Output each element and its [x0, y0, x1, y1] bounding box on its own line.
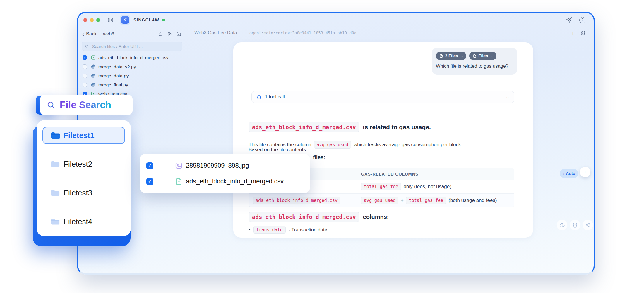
- brain-button[interactable]: [557, 220, 567, 230]
- chevron-down-icon: ⌄: [506, 94, 509, 100]
- tab-strip: Web3 Gas Fee Data... agent:main:cortex:3…: [186, 27, 594, 38]
- answer-heading: ads_eth_block_info_d_merged.csv is relat…: [249, 122, 431, 132]
- column-code-chip: avg_gas_used: [314, 141, 351, 149]
- new-file-icon[interactable]: [167, 32, 172, 37]
- file-list: ✓ ads_eth_block_info_d_merged.csv merge_…: [78, 53, 186, 98]
- user-message-bubble: 2 Files ⌄ Files ⌄ Which file is related …: [432, 48, 517, 75]
- popup-file-row[interactable]: ✓ ads_eth_block_info_d_merged.csv: [145, 175, 304, 188]
- user-question: Which file is related to gas usage?: [436, 63, 513, 69]
- file-name: merge_data.py: [98, 73, 129, 79]
- answer-paragraph: This file contains the column avg_gas_us…: [249, 141, 462, 149]
- column-code-chip: trans_date: [253, 226, 285, 234]
- breadcrumb[interactable]: web3: [103, 31, 114, 37]
- clipped-text-fragments: ‒ ‒‒ ‒ ‒ ‒‒‒ ‒ ‒ ‒ ‒‒ ‒ ‒ ‒‒‒‒ ‒ ‒ ‒‒ ‒ …: [343, 13, 592, 15]
- popup-file-name: ads_eth_block_info_d_merged.csv: [186, 178, 284, 185]
- layers-icon: [256, 94, 262, 100]
- file-checkbox-unchecked[interactable]: [83, 64, 87, 69]
- popup-checkbox-checked[interactable]: ✓: [146, 178, 153, 185]
- share-icon: [585, 222, 591, 228]
- tab-web3-gas-fee-data[interactable]: Web3 Gas Fee Data...: [194, 30, 241, 35]
- down-arrow-icon: ↓: [563, 171, 565, 176]
- app-window: ‒ ‒‒ ‒ ‒ ‒‒‒ ‒ ‒ ‒ ‒‒ ‒ ‒ ‒‒‒‒ ‒ ‒ ‒‒ ‒ …: [77, 12, 595, 275]
- python-file-icon: [91, 73, 96, 78]
- tool-call-bar[interactable]: 1 tool call ⌄: [251, 91, 514, 103]
- scroll-to-bottom-button[interactable]: ↓: [580, 167, 590, 177]
- search-icon: [47, 100, 56, 110]
- titlebar: SINGCLAW ?: [78, 13, 594, 27]
- brain-icon: [559, 222, 565, 228]
- folder-item-filetest4[interactable]: Filetest4: [42, 213, 125, 230]
- table-row: ads_eth_block_info_d_merged.csv avg_gas_…: [249, 193, 514, 207]
- file-name: merge_data_v2.py: [98, 64, 136, 69]
- database-button[interactable]: [570, 220, 580, 230]
- share-button[interactable]: [583, 220, 593, 230]
- columns-heading: ads_eth_block_info_d_merged.csv columns:: [249, 212, 389, 222]
- file-row[interactable]: merge_final.py: [78, 80, 186, 89]
- sidebar-nav: ‹ Back web3: [78, 29, 186, 39]
- zoom-window-button[interactable]: [96, 18, 100, 22]
- help-icon[interactable]: ?: [579, 17, 585, 23]
- file-row[interactable]: merge_data_v2.py: [78, 62, 186, 71]
- database-icon: [572, 222, 578, 228]
- csv-file-icon: [175, 178, 183, 185]
- folder-item-filetest3[interactable]: Filetest3: [42, 184, 125, 201]
- folder-item-filetest1-selected[interactable]: Filetest1: [42, 127, 125, 144]
- new-tab-button[interactable]: +: [571, 30, 575, 36]
- column-header: GAS-RELATED COLUMNS: [359, 172, 514, 176]
- document-icon: [439, 54, 443, 58]
- refresh-icon[interactable]: [158, 32, 163, 37]
- popup-file-name: 28981909909–898.jpg: [186, 162, 249, 169]
- filename-code-chip: ads_eth_block_info_d_merged.csv: [253, 197, 340, 204]
- attachment-chip[interactable]: 2 Files ⌄: [436, 52, 466, 60]
- search-input[interactable]: [91, 44, 179, 49]
- column-code-chip: total_gas_fee: [406, 197, 446, 204]
- tool-call-label: 1 tool call: [265, 94, 285, 100]
- column-bullet-item: • trans_date - Transaction date: [249, 226, 327, 234]
- send-icon[interactable]: [566, 17, 572, 23]
- partially-hidden-text: files:: [313, 154, 325, 161]
- app-badge: SINGCLAW: [120, 15, 165, 25]
- column-code-chip: avg_gas_used: [361, 197, 398, 204]
- folder-item-filetest2[interactable]: Filetest2: [42, 156, 125, 173]
- file-search-title: File Search: [60, 99, 111, 110]
- folder-icon: [51, 131, 61, 139]
- layers-icon[interactable]: [580, 30, 586, 36]
- folder-icon: [51, 218, 60, 225]
- new-folder-icon[interactable]: [176, 32, 181, 37]
- bullet-dot: •: [249, 227, 250, 232]
- document-icon: [473, 54, 477, 58]
- folder-icon: [51, 189, 60, 197]
- back-chevron-icon: ‹: [82, 31, 84, 37]
- popup-checkbox-checked[interactable]: ✓: [146, 162, 153, 169]
- attachment-chip[interactable]: Files ⌄: [469, 52, 496, 60]
- online-status-dot: [162, 19, 165, 21]
- file-checkbox-unchecked[interactable]: [83, 74, 87, 78]
- python-file-icon: [91, 82, 96, 87]
- close-window-button[interactable]: [83, 18, 87, 22]
- auto-scroll-pill[interactable]: ↓ Auto: [560, 169, 578, 178]
- file-search-card[interactable]: File Search: [40, 95, 133, 115]
- back-button[interactable]: Back: [86, 31, 97, 37]
- file-name: ads_eth_block_info_d_merged.csv: [98, 55, 169, 60]
- sidebar-toggle-icon[interactable]: [108, 17, 113, 23]
- app-logo-icon: [121, 16, 129, 24]
- file-checkbox-unchecked[interactable]: [83, 83, 87, 87]
- main-panel: Web3 Gas Fee Data... agent:main:cortex:3…: [186, 27, 594, 274]
- file-select-popup: ✓ 28981909909–898.jpg ✓ ads_eth_block_in…: [140, 154, 310, 193]
- side-tool-buttons: [557, 220, 593, 230]
- popup-file-row[interactable]: ✓ 28981909909–898.jpg: [145, 159, 304, 172]
- folder-icon: [51, 160, 60, 168]
- file-row[interactable]: merge_data.py: [78, 71, 186, 80]
- file-row[interactable]: ✓ ads_eth_block_info_d_merged.csv: [78, 53, 186, 62]
- page: ‒ ‒‒ ‒ ‒ ‒‒‒ ‒ ‒ ‒ ‒‒ ‒ ‒ ‒‒‒‒ ‒ ‒ ‒‒ ‒ …: [0, 0, 644, 293]
- file-checkbox-checked[interactable]: ✓: [83, 55, 87, 60]
- down-arrow-icon: ↓: [584, 169, 587, 175]
- search-icon: [85, 45, 89, 49]
- chat-card: 2 Files ⌄ Files ⌄ Which file is related …: [233, 42, 533, 238]
- tab-agent-session[interactable]: agent:main:cortex:3a8e9441-1853-45fa-ab1…: [249, 30, 359, 35]
- folder-panel: Filetest1 Filetest2 Filetest3 Filetest4: [37, 120, 131, 236]
- app-name: SINGCLAW: [133, 18, 159, 22]
- minimize-window-button[interactable]: [90, 18, 94, 22]
- filename-code-chip: ads_eth_block_info_d_merged.csv: [249, 212, 359, 222]
- search-bar: [82, 42, 182, 51]
